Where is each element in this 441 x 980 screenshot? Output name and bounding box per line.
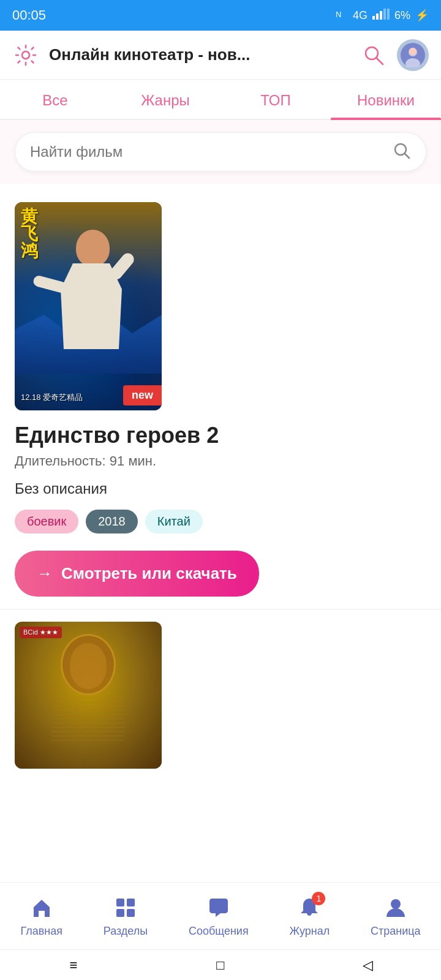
- tag-country[interactable]: Китай: [145, 510, 203, 533]
- status-time: 00:05: [12, 7, 46, 23]
- nav-tabs: Все Жанры ТОП Новинки: [0, 80, 441, 120]
- app-title: Онлайн кинотеатр - нов...: [49, 45, 350, 64]
- svg-rect-18: [127, 909, 135, 917]
- movie-duration-1: Длительность: 91 мин.: [15, 453, 426, 469]
- tag-genre[interactable]: боевик: [15, 510, 78, 533]
- svg-rect-16: [127, 899, 135, 907]
- status-signal-bars: [372, 9, 390, 23]
- user-avatar[interactable]: [397, 39, 429, 71]
- nav-home-label: Главная: [20, 925, 62, 938]
- person-icon: [382, 894, 409, 921]
- bottom-nav: Главная Разделы Сообщения 1 Ж: [0, 882, 441, 949]
- poster-chinese-text: 黄 飞 鸿: [21, 208, 38, 260]
- search-input[interactable]: [30, 143, 385, 160]
- bell-icon: 1: [296, 894, 323, 921]
- watch-arrow-icon: →: [37, 564, 53, 583]
- journal-badge: 1: [312, 892, 325, 905]
- battery-bolt: ⚡: [415, 9, 429, 22]
- movie-tags-1: боевик 2018 Китай: [15, 510, 426, 533]
- nav-messages-label: Сообщения: [189, 925, 249, 938]
- status-signal: N: [336, 9, 348, 23]
- svg-rect-15: [116, 899, 124, 907]
- chat-icon: [205, 894, 232, 921]
- poster-date: 12.18 爱奇艺精品: [21, 392, 83, 403]
- svg-rect-3: [380, 11, 382, 20]
- poster-image-1: 黄 飞 鸿 12.18 爱奇艺精品 new: [15, 202, 162, 410]
- system-nav: ≡ □ ◁: [0, 949, 441, 980]
- watch-button-label: Смотреть или скачать: [61, 564, 237, 583]
- svg-rect-1: [372, 16, 375, 20]
- sys-back-btn[interactable]: ◁: [355, 953, 380, 978]
- tab-new[interactable]: Новинки: [331, 80, 441, 119]
- nav-sections-label: Разделы: [104, 925, 148, 938]
- svg-rect-17: [116, 909, 124, 917]
- poster2-corner-text: BCid ★★★: [20, 627, 62, 638]
- search-header-button[interactable]: [360, 42, 387, 69]
- movie-description-1: Без описания: [15, 480, 426, 497]
- tab-top[interactable]: ТОП: [221, 80, 331, 119]
- tag-year[interactable]: 2018: [86, 510, 138, 533]
- svg-text:N: N: [336, 10, 341, 19]
- new-badge: new: [123, 385, 162, 405]
- search-icon: [393, 141, 411, 162]
- status-bar: 00:05 N 4G 6% ⚡: [0, 0, 441, 31]
- svg-point-6: [22, 51, 29, 59]
- movie-poster-2[interactable]: BCid ★★★: [15, 622, 162, 769]
- tab-all[interactable]: Все: [0, 80, 110, 119]
- svg-rect-2: [376, 13, 379, 20]
- svg-point-12: [409, 48, 417, 55]
- nav-profile-label: Страница: [371, 925, 421, 938]
- nav-journal[interactable]: 1 Журнал: [290, 894, 330, 938]
- nav-messages[interactable]: Сообщения: [189, 894, 249, 938]
- nav-journal-label: Журнал: [290, 925, 330, 938]
- nav-sections[interactable]: Разделы: [104, 894, 148, 938]
- home-icon: [28, 894, 55, 921]
- nav-home[interactable]: Главная: [20, 894, 62, 938]
- sys-home-btn[interactable]: □: [208, 953, 233, 978]
- tab-genres[interactable]: Жанры: [110, 80, 221, 119]
- movie-card-1: 黄 飞 鸿 12.18 爱奇艺精品 new Единство героев 2 …: [0, 184, 441, 609]
- watch-button[interactable]: → Смотреть или скачать: [15, 551, 259, 597]
- nav-profile[interactable]: Страница: [371, 894, 421, 938]
- grid-icon: [112, 894, 139, 921]
- search-container: [0, 120, 441, 184]
- gear-button[interactable]: [12, 42, 39, 69]
- app-header: Онлайн кинотеатр - нов...: [0, 31, 441, 80]
- svg-line-8: [377, 58, 383, 64]
- status-battery: 6%: [394, 9, 410, 22]
- svg-point-19: [391, 899, 401, 909]
- movie-poster-1[interactable]: 黄 飞 鸿 12.18 爱奇艺精品 new: [15, 202, 162, 410]
- status-4g: 4G: [353, 9, 368, 22]
- movie-card-2: BCid ★★★: [0, 609, 441, 769]
- status-right: N 4G 6% ⚡: [336, 9, 429, 23]
- sys-menu-btn[interactable]: ≡: [61, 953, 86, 978]
- svg-line-14: [405, 154, 410, 159]
- search-bar: [15, 132, 426, 172]
- movie-title-1: Единство героев 2: [15, 423, 426, 448]
- svg-rect-5: [387, 9, 390, 20]
- svg-rect-4: [383, 9, 386, 20]
